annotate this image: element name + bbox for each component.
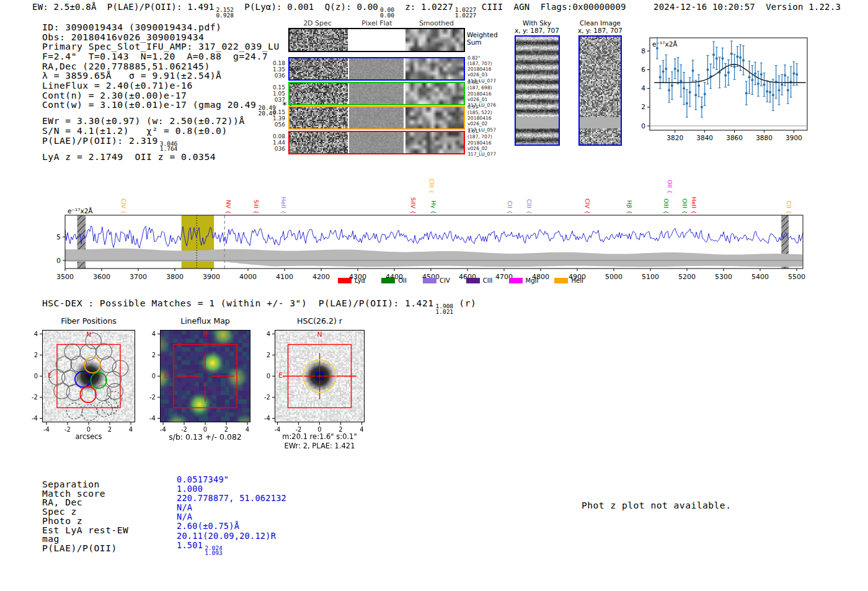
svg-text:5300: 5300 (715, 273, 732, 281)
info-line: LineFlux = 2.40(±0.71)e-16 (42, 81, 293, 91)
selected-fiber-circle (91, 373, 107, 389)
emission-line-label: CIII { (428, 179, 435, 193)
legend-label: OII (398, 277, 407, 284)
svg-text:3860: 3860 (726, 134, 743, 141)
legend-swatch (423, 278, 436, 283)
spec2d-row-left-labels: 0.081.44036 (265, 131, 285, 156)
spec2d-row-left-labels: 0.151.05037 (265, 82, 285, 107)
north-label: N (317, 331, 322, 338)
svg-text:0: 0 (152, 373, 156, 380)
svg-text:-2: -2 (32, 394, 38, 401)
svg-text:5: 5 (56, 233, 61, 241)
legend-swatch (338, 278, 352, 283)
info-line: LyA z = 2.1749 OII z = 0.0354 (42, 152, 293, 162)
svg-text:-2: -2 (149, 394, 156, 401)
emission-line-label: CIV { (120, 198, 127, 214)
info-line: Cont(n) = 2.30(±0.00)e-17 (42, 91, 293, 100)
spec2d-row-right-labels: 1.61"(187, 707)20180416v026_02317_LU_077 (467, 131, 505, 156)
emission-line-label: HeII { (691, 197, 698, 214)
svg-text:3900: 3900 (203, 273, 220, 281)
emission-line-label: CIII { (526, 199, 533, 214)
svg-text:2: 2 (641, 103, 645, 110)
hsc-cutout-title: HSC(26.2) r (275, 316, 365, 326)
selected-fiber-circle (80, 387, 96, 403)
spec2d-left-labels: 0.181.350360.151.050370.151.390560.081.4… (265, 57, 285, 155)
svg-text:3600: 3600 (93, 273, 110, 281)
spec2d-row (288, 131, 465, 154)
legend-swatch (466, 278, 480, 283)
info-line: F=2.4" T=0.143 N=1.20 A=0.88 g=24.7 (42, 51, 293, 61)
info-line: S/N = 4.1(±1.2) χ² = 0.8(±0.0) (42, 126, 293, 136)
match-table-value: 1.5012.0241.093 (177, 541, 286, 556)
svg-text:6: 6 (641, 66, 645, 73)
svg-text:0: 0 (56, 257, 61, 265)
emission-line-label: OIII { (681, 198, 688, 214)
stacked-uncertainty: 2.1520.928 (214, 7, 234, 18)
svg-text:5500: 5500 (788, 273, 805, 281)
svg-text:5200: 5200 (678, 273, 696, 281)
with-sky-xy: x, y: 187, 707 (508, 27, 565, 34)
svg-text:0: 0 (641, 122, 645, 130)
east-label: E (164, 371, 169, 379)
clean-image-title-line: Clean Image (571, 19, 629, 27)
fiber-circle-dashed (102, 399, 118, 415)
info-line: EWr = 3.30(±0.97) (w: 2.50(±0.72))Å (42, 116, 293, 126)
fiber-positions-xlabel: arcsecs (42, 432, 135, 441)
svg-text:5400: 5400 (751, 273, 769, 281)
spec2d-row (288, 106, 465, 130)
svg-text:4: 4 (267, 331, 270, 337)
fiber-circle-dashed (66, 403, 82, 419)
gaussian-fit-curve (654, 64, 805, 82)
legend-label: MgII (526, 277, 539, 284)
svg-text:3800: 3800 (166, 273, 184, 281)
emission-line-label: SiIV { (410, 197, 417, 214)
info-line: Primary Spec_Slot_IFU_AMP: 317_022_039_L… (42, 42, 293, 51)
emission-line-label: CIV { (584, 198, 591, 214)
weighted-label-line1: Weighted (467, 31, 498, 38)
detection-info-block: ID: 3090019434 (3090019434.pdf)Obs: 2018… (42, 22, 293, 161)
match-table-values: 0.0517349"1.000220.778877, 51.062132N/AN… (177, 475, 286, 556)
emission-line-label: SiII { (253, 200, 260, 214)
emission-line-label: OII { (666, 180, 673, 193)
clean-image-frame (578, 35, 622, 146)
emission-line-label: NV { (225, 200, 232, 214)
stacked-uncertainty: 1.02271.0227 (453, 7, 476, 18)
legend-item: OII (381, 277, 407, 284)
legend-swatch (509, 278, 523, 283)
full-spectrum-plot: 3500360037003800390040004100420043004400… (53, 164, 812, 288)
spectrum-legend: LyαOIICIVCIIIMgIIHeII (338, 277, 583, 284)
flux-units-annotation: e⁻¹⁷x2Å (68, 207, 93, 215)
match-table-value: N/A (177, 503, 286, 512)
fiber-circle-dashed (82, 404, 98, 420)
legend-swatch (554, 278, 568, 283)
svg-text:0: 0 (34, 373, 38, 380)
match-table-label: P(LAE)/P(OII) (42, 544, 128, 553)
spec2d-header-2dspec: 2D Spec (288, 19, 347, 27)
svg-text:3500: 3500 (56, 273, 74, 281)
legend-label: Lyα (355, 277, 365, 284)
spec2d-row-image (290, 132, 464, 153)
svg-text:-4: -4 (149, 415, 156, 422)
info-line: RA,Dec (220.778885,51.062145) (42, 61, 293, 71)
emission-line-label: CII { (786, 201, 792, 214)
spec2d-weighted-sum-image (290, 29, 464, 51)
lineflux-map-title: Lineflux Map (160, 316, 250, 326)
spectrum-trace (65, 226, 803, 248)
svg-text:4: 4 (34, 331, 38, 337)
spec2d-header-smoothed: Smoothed (408, 19, 465, 27)
stacked-uncertainty: 3.0461.764 (158, 141, 178, 152)
flux-units-annotation: e⁻¹⁷x2Å (652, 40, 678, 48)
spec2d-row-left-labels: 0.151.39056 (265, 106, 285, 131)
info-line: ID: 3090019434 (3090019434.pdf) (42, 22, 293, 32)
spec2d-row-image (290, 83, 464, 104)
stacked-uncertainty: 1.9081.021 (433, 304, 453, 314)
match-table-value: 2.60(±0.75)Å (177, 522, 286, 531)
svg-text:5100: 5100 (642, 273, 659, 281)
legend-swatch (381, 278, 395, 283)
emission-line-label: Hγ { (430, 200, 437, 214)
line-fit-zoom-plot: 3820384038603880390002468e⁻¹⁷x2Å (645, 34, 812, 149)
weighted-label-line2: Sum (467, 38, 498, 46)
hsc-cutout-xlabel2: EWr: 2, PLAE: 1.421 (253, 442, 386, 450)
info-line: Obs: 20180416v026_3090019434 (42, 32, 293, 42)
svg-text:2: 2 (152, 352, 156, 358)
